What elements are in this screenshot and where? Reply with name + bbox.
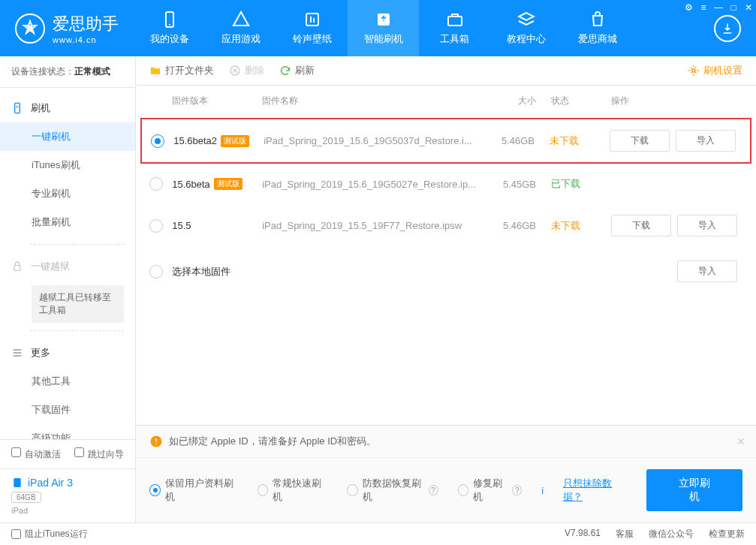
nav-smart-flash[interactable]: 智能刷机 xyxy=(348,0,419,56)
svg-rect-8 xyxy=(14,478,20,487)
import-button[interactable]: 导入 xyxy=(677,260,737,282)
refresh-button[interactable]: 刷新 xyxy=(279,64,315,77)
row-radio[interactable] xyxy=(149,265,163,279)
firmware-row[interactable]: 15.5 iPad_Spring_2019_15.5_19F77_Restore… xyxy=(136,203,756,248)
option-repair[interactable]: 修复刷机? xyxy=(458,477,523,504)
sidebar-item-other[interactable]: 其他工具 xyxy=(0,367,135,396)
update-link[interactable]: 检查更新 xyxy=(709,528,745,540)
option-normal[interactable]: 常规快速刷机 xyxy=(258,477,327,504)
refresh-icon xyxy=(279,65,291,77)
table-header: 固件版本 固件名称 大小 状态 操作 xyxy=(136,86,756,116)
nav-apps[interactable]: 应用游戏 xyxy=(205,0,276,56)
auto-activate-checkbox[interactable]: 自动激活 xyxy=(11,447,61,461)
svg-rect-4 xyxy=(378,14,390,26)
nav-my-device[interactable]: 我的设备 xyxy=(134,0,205,56)
close-warning-icon[interactable]: × xyxy=(736,434,745,450)
nav-tutorials[interactable]: 教程中心 xyxy=(490,0,562,56)
firmware-row[interactable]: 15.6beta测试版 iPad_Spring_2019_15.6_19G502… xyxy=(136,165,756,203)
device-status: 设备连接状态：正常模式 xyxy=(0,56,135,88)
info-icon[interactable]: ? xyxy=(429,485,438,495)
device-info: iPad Air 3 64GB iPad xyxy=(0,468,135,522)
nav-ringtones[interactable]: 铃声壁纸 xyxy=(276,0,348,56)
toolbar: 打开文件夹 删除 刷新 刷机设置 xyxy=(136,56,756,86)
logo-icon xyxy=(15,14,45,44)
sidebar-group-more[interactable]: 更多 xyxy=(0,339,135,367)
table-body: 15.6beta2测试版 iPad_Spring_2019_15.6_19G50… xyxy=(136,116,756,425)
import-button[interactable]: 导入 xyxy=(677,215,737,236)
jailbreak-note: 越狱工具已转移至工具箱 xyxy=(32,285,124,323)
sidebar-item-pro[interactable]: 专业刷机 xyxy=(0,179,135,208)
header: 爱思助手 www.i4.cn 我的设备 应用游戏 铃声壁纸 智能刷机 工具箱 教… xyxy=(0,0,756,56)
menu-icon[interactable]: ≡ xyxy=(696,0,711,15)
footer: 阻止iTunes运行 V7.98.61 客服 微信公众号 检查更新 xyxy=(0,522,756,545)
app-name: 爱思助手 xyxy=(53,13,119,35)
svg-point-0 xyxy=(27,26,33,32)
flash-options: 保留用户资料刷机 常规快速刷机 防数据恢复刷机? 修复刷机? i 只想抹除数据？… xyxy=(136,457,756,522)
tablet-icon xyxy=(11,477,23,489)
device-type: iPad xyxy=(11,506,124,515)
sidebar-item-download[interactable]: 下载固件 xyxy=(0,396,135,424)
device-storage: 64GB xyxy=(11,492,41,503)
erase-data-link[interactable]: 只想抹除数据？ xyxy=(563,477,627,504)
flash-now-button[interactable]: 立即刷机 xyxy=(646,469,742,511)
app-subtitle: www.i4.cn xyxy=(53,35,119,44)
content: 打开文件夹 删除 刷新 刷机设置 固件版本 固件名称 大小 状态 操作 xyxy=(136,56,756,522)
download-button[interactable]: 下载 xyxy=(610,130,670,152)
firmware-row[interactable]: 15.6beta2测试版 iPad_Spring_2019_15.6_19G50… xyxy=(140,118,751,164)
sidebar-group-flash[interactable]: 刷机 xyxy=(0,94,135,122)
sidebar-item-advanced[interactable]: 高级功能 xyxy=(0,424,135,439)
top-nav: 我的设备 应用游戏 铃声壁纸 智能刷机 工具箱 教程中心 爱思商城 xyxy=(134,0,714,56)
svg-point-10 xyxy=(692,69,695,72)
warning-icon xyxy=(149,435,163,448)
download-button[interactable] xyxy=(714,15,741,42)
nav-mall[interactable]: 爱思商城 xyxy=(562,0,633,56)
svg-rect-7 xyxy=(14,266,20,271)
bottom-panel: 如已绑定 Apple ID，请准备好 Apple ID和密码。 × 保留用户资料… xyxy=(136,425,756,522)
warning-banner: 如已绑定 Apple ID，请准备好 Apple ID和密码。 × xyxy=(136,426,756,457)
info-icon[interactable]: ? xyxy=(512,485,522,495)
logo: 爱思助手 www.i4.cn xyxy=(0,13,134,44)
minimize-icon[interactable]: — xyxy=(711,0,726,15)
row-radio[interactable] xyxy=(149,177,163,191)
firmware-row-local[interactable]: 选择本地固件 导入 xyxy=(136,248,756,294)
lock-icon xyxy=(11,260,23,272)
folder-icon xyxy=(149,65,161,77)
sidebar-item-itunes[interactable]: iTunes刷机 xyxy=(0,151,135,179)
skip-guide-checkbox[interactable]: 跳过向导 xyxy=(74,447,124,461)
settings-icon[interactable]: ⚙ xyxy=(681,0,696,15)
gear-icon xyxy=(688,65,700,77)
phone-icon xyxy=(11,102,23,114)
block-itunes-checkbox[interactable]: 阻止iTunes运行 xyxy=(11,528,88,540)
nav-toolbox[interactable]: 工具箱 xyxy=(419,0,490,56)
option-keep-data[interactable]: 保留用户资料刷机 xyxy=(149,477,237,504)
svg-rect-3 xyxy=(306,14,318,26)
download-button[interactable]: 下载 xyxy=(611,215,671,236)
row-radio[interactable] xyxy=(149,219,163,233)
close-icon[interactable]: ✕ xyxy=(741,0,756,15)
delete-button[interactable]: 删除 xyxy=(229,64,264,77)
wechat-link[interactable]: 微信公众号 xyxy=(649,528,694,540)
version-text: V7.98.61 xyxy=(565,528,601,540)
maximize-icon[interactable]: □ xyxy=(726,0,741,15)
info-icon[interactable]: i xyxy=(541,485,544,496)
window-controls: ⚙ ≡ — □ ✕ xyxy=(681,0,756,15)
support-link[interactable]: 客服 xyxy=(616,528,634,540)
menu-icon xyxy=(11,347,23,359)
sidebar-item-batch[interactable]: 批量刷机 xyxy=(0,208,135,236)
open-folder-button[interactable]: 打开文件夹 xyxy=(149,64,214,77)
svg-rect-5 xyxy=(448,17,462,26)
sidebar-item-oneclick[interactable]: 一键刷机 xyxy=(0,122,135,151)
flash-settings-button[interactable]: 刷机设置 xyxy=(688,64,742,77)
import-button[interactable]: 导入 xyxy=(676,130,736,152)
sidebar-group-jailbreak: 一键越狱 xyxy=(0,252,135,281)
sidebar: 设备连接状态：正常模式 刷机 一键刷机 iTunes刷机 专业刷机 批量刷机 一… xyxy=(0,56,136,522)
device-name[interactable]: iPad Air 3 xyxy=(11,477,124,489)
row-radio[interactable] xyxy=(151,134,164,148)
delete-icon xyxy=(229,65,241,77)
option-anti-recovery[interactable]: 防数据恢复刷机? xyxy=(347,477,438,504)
svg-point-2 xyxy=(169,24,170,26)
